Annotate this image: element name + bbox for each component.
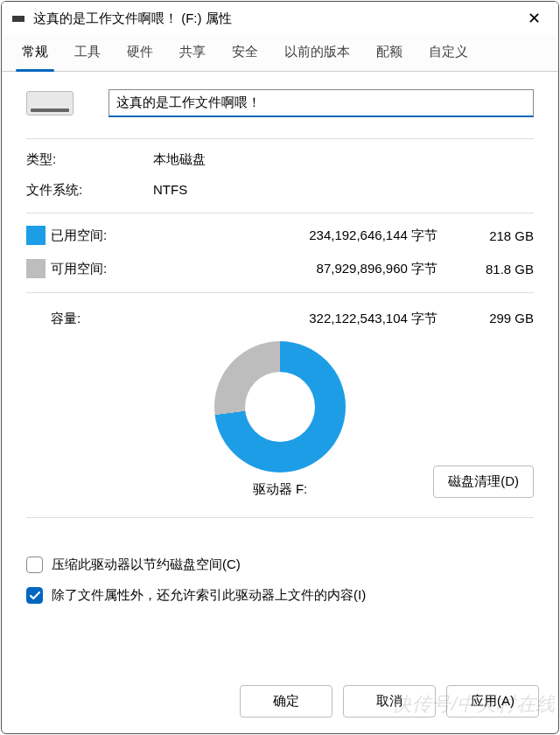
- compress-checkbox-row[interactable]: 压缩此驱动器以节约磁盘空间(C): [26, 556, 534, 573]
- used-human: 218 GB: [455, 228, 534, 243]
- compress-checkbox[interactable]: [26, 556, 43, 573]
- properties-dialog: 这真的是工作文件啊喂！ (F:) 属性 ✕ 常规 工具 硬件 共享 安全 以前的…: [1, 1, 559, 734]
- name-row: [26, 89, 534, 117]
- index-checkbox-row[interactable]: 除了文件属性外，还允许索引此驱动器上文件的内容(I): [26, 587, 534, 604]
- fs-label: 文件系统:: [26, 182, 153, 199]
- tab-sharing[interactable]: 共享: [166, 35, 219, 71]
- drive-letter-label: 驱动器 F:: [253, 481, 308, 498]
- content-area: 类型: 本地磁盘 文件系统: NTFS 已用空间: 234,192,646,14…: [2, 72, 558, 673]
- button-footer: 确定 取消 应用(A): [2, 673, 558, 733]
- drive-title-icon: [12, 16, 24, 22]
- divider: [26, 213, 534, 214]
- used-label: 已用空间:: [51, 228, 156, 244]
- used-swatch-icon: [26, 226, 46, 245]
- free-bytes: 87,929,896,960 字节: [156, 261, 455, 277]
- free-label: 可用空间:: [51, 261, 156, 277]
- close-button[interactable]: ✕: [521, 9, 548, 28]
- volume-name-input[interactable]: [108, 89, 534, 117]
- capacity-bytes: 322,122,543,104 字节: [156, 311, 455, 327]
- divider: [26, 138, 534, 139]
- index-label: 除了文件属性外，还允许索引此驱动器上文件的内容(I): [52, 587, 366, 604]
- tab-quota[interactable]: 配额: [363, 35, 416, 71]
- index-checkbox[interactable]: [26, 587, 43, 604]
- usage-donut-chart: [214, 341, 346, 472]
- fs-value: NTFS: [153, 182, 534, 199]
- tab-strip: 常规 工具 硬件 共享 安全 以前的版本 配额 自定义: [2, 35, 558, 72]
- capacity-human: 299 GB: [455, 311, 534, 327]
- tab-customize[interactable]: 自定义: [416, 35, 481, 71]
- disk-cleanup-button[interactable]: 磁盘清理(D): [433, 466, 534, 498]
- free-human: 81.8 GB: [455, 262, 534, 276]
- basic-info: 类型: 本地磁盘 文件系统: NTFS: [26, 151, 534, 199]
- used-bytes: 234,192,646,144 字节: [156, 228, 455, 244]
- checkbox-area: 压缩此驱动器以节约磁盘空间(C) 除了文件属性外，还允许索引此驱动器上文件的内容…: [26, 556, 534, 618]
- apply-button[interactable]: 应用(A): [446, 685, 539, 718]
- ok-button[interactable]: 确定: [240, 685, 332, 718]
- titlebar: 这真的是工作文件啊喂！ (F:) 属性 ✕: [2, 2, 558, 35]
- space-grid: 已用空间: 234,192,646,144 字节 218 GB 可用空间: 87…: [26, 226, 534, 278]
- divider: [26, 517, 534, 518]
- tab-hardware[interactable]: 硬件: [114, 35, 166, 71]
- type-value: 本地磁盘: [153, 151, 534, 168]
- capacity-label: 容量:: [26, 311, 156, 327]
- drive-icon: [26, 91, 74, 116]
- type-label: 类型:: [26, 151, 153, 168]
- free-swatch-icon: [26, 259, 46, 278]
- window-title: 这真的是工作文件啊喂！ (F:) 属性: [33, 10, 521, 27]
- tab-prev-versions[interactable]: 以前的版本: [271, 35, 363, 71]
- capacity-row: 容量: 322,122,543,104 字节 299 GB: [26, 305, 534, 332]
- tab-tools[interactable]: 工具: [61, 35, 114, 71]
- compress-label: 压缩此驱动器以节约磁盘空间(C): [52, 556, 241, 573]
- divider: [26, 292, 534, 293]
- cancel-button[interactable]: 取消: [343, 685, 436, 718]
- donut-area: 驱动器 F: 磁盘清理(D): [26, 341, 534, 498]
- tab-security[interactable]: 安全: [219, 35, 271, 71]
- tab-general[interactable]: 常规: [9, 35, 61, 71]
